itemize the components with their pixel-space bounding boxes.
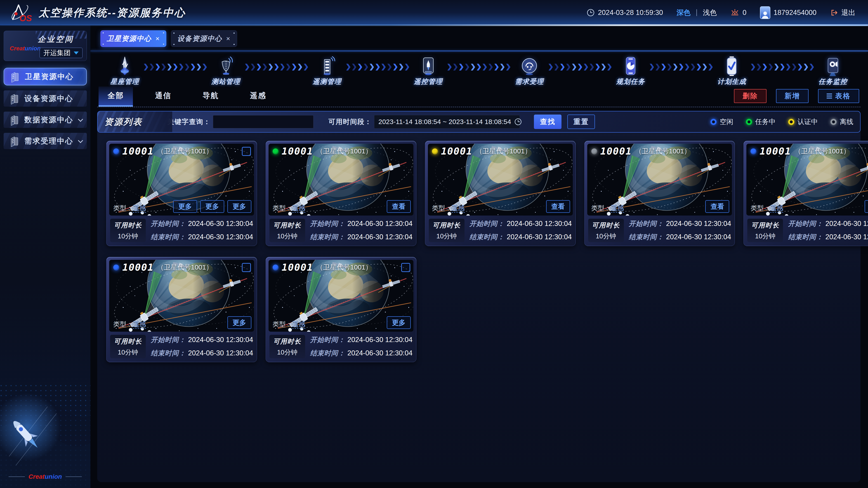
theme-light-option[interactable]: 浅色 (703, 8, 717, 18)
card-info-bar: 可用时长 10分钟 开始时间：2024-06-30 12:30:04 结束时间：… (428, 216, 573, 243)
card-actions: 更多 (227, 316, 251, 329)
category-tab-通信[interactable]: 通信 (146, 87, 180, 107)
alarm-indicator[interactable]: 0 (730, 8, 746, 17)
workflow-step-label: 规划任务 (616, 77, 645, 86)
category-tab-全部[interactable]: 全部 (98, 87, 133, 107)
main-content: 卫星资源中心 × 设备资源中心 × 星座管理 测站管理 遥测管理 遥控管理 需求… (90, 25, 868, 488)
satellite-id: 10001 (282, 147, 313, 156)
status-dot (113, 149, 119, 154)
card-action-button[interactable]: 查看 (865, 200, 868, 213)
card-action-button[interactable]: 查看 (705, 200, 729, 213)
logo-os-text: OS (20, 13, 32, 23)
workflow-step-label: 任务监控 (818, 77, 847, 86)
card-actions: 查看 (705, 200, 729, 213)
sidebar-item-设备资源中心[interactable]: 设备资源中心 (4, 90, 87, 107)
workflow-step-遥测管理[interactable]: 遥测管理 (313, 56, 342, 86)
status-dot (750, 149, 756, 154)
type-value-link[interactable]: 遥感 (292, 204, 305, 213)
theme-dark-option[interactable]: 深色 (677, 8, 690, 18)
satellite-code: （卫星代号1001） (316, 147, 372, 156)
sidebar-item-label: 数据资源中心 (24, 115, 73, 125)
card-action-button[interactable]: 更多 (227, 200, 251, 213)
page-tab[interactable]: 设备资源中心 × (171, 30, 237, 47)
workflow-step-label: 测站管理 (212, 77, 241, 86)
type-value-link[interactable]: 遥感 (611, 204, 624, 213)
page-tab[interactable]: 卫星资源中心 × (100, 30, 166, 47)
duration-label: 可用时长 (588, 221, 624, 230)
end-time-label: 结束时间： (469, 232, 504, 242)
end-time-label: 结束时间： (151, 349, 186, 358)
tab-close-icon[interactable]: × (226, 35, 231, 42)
satellite-id: 10001 (760, 147, 791, 156)
workflow-step-任务监控[interactable]: 任务监控 (818, 56, 847, 86)
resource-panel: 资源列表 关键字查询： 可用时间段： 2023-11-14 18:08:54 ~… (97, 111, 861, 482)
delete-button[interactable]: 删除 (734, 89, 767, 103)
constellation-icon (115, 56, 135, 76)
resource-card-grid: 10001 （卫星代号1001） 类型：遥感 更多更多更多 可用时长 10分钟 … (97, 133, 861, 370)
type-value-link[interactable]: 遥感 (770, 204, 783, 213)
card-action-button[interactable]: 更多 (387, 316, 411, 329)
workflow-step-需求受理[interactable]: 需求受理 (515, 56, 544, 86)
card-checkbox[interactable] (242, 263, 251, 272)
satellite-id: 10001 (441, 147, 472, 156)
status-dot-icon (831, 119, 837, 125)
sidebar-item-需求受理中心[interactable]: 需求受理中心 (4, 133, 87, 149)
workflow-step-规划任务[interactable]: 规划任务 (616, 56, 645, 86)
reset-button[interactable]: 重置 (567, 115, 595, 129)
type-row: 类型：遥感 (113, 204, 146, 213)
card-actions: 查看 (387, 200, 411, 213)
card-checkbox[interactable] (242, 147, 251, 156)
status-dot (113, 265, 119, 270)
keyword-input[interactable] (213, 115, 313, 128)
card-action-button[interactable]: 更多 (200, 200, 224, 213)
tab-corner-dots (174, 33, 175, 34)
table-view-button[interactable]: 表格 (818, 89, 859, 103)
card-action-button[interactable]: 查看 (546, 200, 570, 213)
card-actions: 更多 (387, 316, 411, 329)
workflow-step-遥控管理[interactable]: 遥控管理 (414, 56, 443, 86)
status-dot-icon (788, 119, 794, 125)
end-time-value: 2024-06-30 12:30:04 (188, 349, 253, 357)
tab-label: 卫星资源中心 (107, 34, 151, 43)
type-row: 类型：遥感 (273, 320, 305, 329)
tab-close-icon[interactable]: × (156, 35, 160, 42)
panel-title: 资源列表 (104, 116, 143, 128)
legend-item: 任务中 (746, 117, 776, 127)
legend-label: 任务中 (755, 117, 776, 127)
duration-value: 10分钟 (110, 232, 146, 241)
type-row: 类型：遥感 (591, 204, 624, 213)
planning-icon (621, 56, 641, 76)
type-value-link[interactable]: 遥感 (452, 204, 465, 213)
sidebar-item-卫星资源中心[interactable]: 卫星资源中心 (4, 68, 87, 86)
type-value-link[interactable]: 遥感 (133, 321, 146, 329)
add-button[interactable]: 新增 (776, 89, 809, 103)
type-value-link[interactable]: 遥感 (292, 321, 305, 329)
card-action-button[interactable]: 更多 (173, 200, 197, 213)
workflow-step-测站管理[interactable]: 测站管理 (212, 56, 241, 86)
sidebar-item-数据资源中心[interactable]: 数据资源中心 (4, 111, 87, 128)
logout-button[interactable]: 退出 (830, 8, 855, 18)
workflow-step-星座管理[interactable]: 星座管理 (110, 56, 139, 86)
user-account[interactable]: 18792454000 (760, 6, 816, 19)
duration-chip: 可用时长 10分钟 (270, 335, 305, 358)
card-action-button[interactable]: 查看 (387, 200, 411, 213)
building-icon (9, 71, 21, 83)
start-time-value: 2024-06-30 12:30:04 (347, 220, 412, 228)
card-checkbox[interactable] (401, 263, 410, 272)
type-value-link[interactable]: 遥感 (133, 204, 146, 213)
type-row: 类型：遥感 (432, 204, 465, 213)
category-tab-导航[interactable]: 导航 (193, 87, 228, 107)
org-select[interactable]: 开运集团 (39, 48, 83, 58)
theme-divider (696, 9, 697, 16)
plan-generate-icon (722, 56, 742, 76)
search-button[interactable]: 查找 (534, 115, 561, 129)
task-monitor-icon (823, 56, 843, 76)
time-range-picker[interactable]: 2023-11-14 18:08:54 ~ 2023-11-14 18:08:5… (374, 115, 520, 129)
category-tab-遥感[interactable]: 遥感 (241, 87, 275, 107)
workflow-step-计划生成[interactable]: 计划生成 (717, 56, 746, 86)
station-icon (216, 56, 236, 76)
footer-line-left (8, 477, 25, 477)
start-time-value: 2024-06-30 12:30:04 (188, 336, 253, 344)
card-action-button[interactable]: 更多 (227, 316, 251, 329)
brand-logo: Creatunion (10, 45, 41, 52)
